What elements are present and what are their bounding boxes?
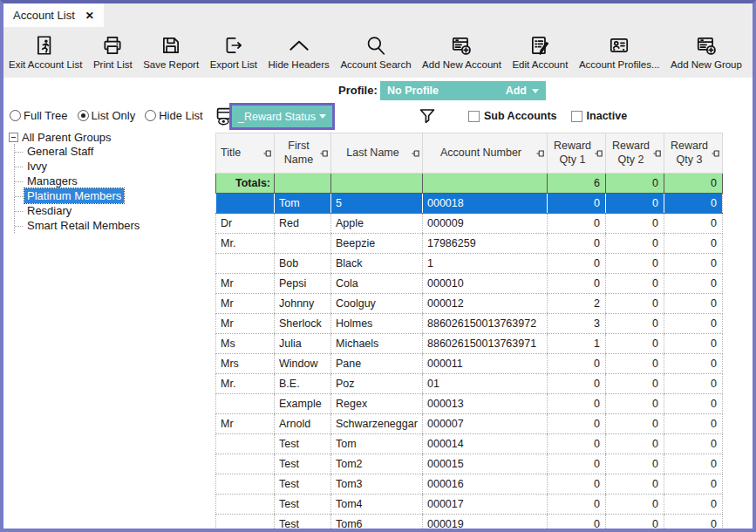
tree-root-all-parent-groups[interactable]: All Parent Groups [9,131,215,144]
pin-icon[interactable] [320,149,329,158]
close-icon[interactable]: ✕ [85,10,94,21]
cell-last-name: Coolguy [331,294,423,314]
save-report-button[interactable]: Save Report [143,30,199,70]
sub-accounts-checkbox[interactable]: Sub Accounts [468,110,557,122]
export-list-button[interactable]: Export List [210,30,257,70]
account-search-button[interactable]: Account Search [340,30,411,70]
account-grid-panel: _Reward Status Sub Accounts Inactive [215,103,753,529]
cell-last-name: Schwarzeneggar [331,414,423,434]
tree-item-general-staff[interactable]: General Staff [24,144,96,159]
cell-reward-qty-2: 0 [606,374,664,394]
table-row[interactable]: MsJuliaMichaels886026150013763971100 [216,334,723,354]
radio-full-tree[interactable]: Full Tree [10,109,68,122]
collapse-icon[interactable] [9,133,18,142]
add-new-group-button[interactable]: Add New Group [671,30,742,70]
cell-account-number: 000014 [423,434,548,454]
table-row[interactable]: TestTom000014000 [216,434,723,454]
hide-headers-button[interactable]: Hide Headers [269,30,330,70]
profile-dropdown[interactable]: No Profile Add [380,81,546,100]
toolbar-label: Hide Headers [269,59,330,70]
print-list-button[interactable]: Print List [93,30,133,70]
cell-reward-qty-2: 0 [606,494,664,515]
inactive-checkbox[interactable]: Inactive [571,110,628,122]
table-row[interactable]: BobBlack1000 [216,254,723,274]
pin-icon[interactable] [712,149,720,158]
cell-last-name: Tom6 [331,515,423,532]
filter-icon[interactable] [419,108,436,125]
totals-spacer [275,174,331,194]
tree-item-platinum-members[interactable]: Platinum Members [24,188,124,203]
table-row[interactable]: Tom5000018000 [216,194,723,214]
table-row[interactable]: TestTom2000015000 [216,454,723,474]
table-row[interactable]: Mr.Beepzie17986259000 [216,234,723,254]
table-row[interactable]: MrPepsiCola000010000 [216,274,723,294]
add-new-account-icon [450,31,473,58]
table-row[interactable]: TestTom3000016000 [216,474,723,494]
cell-last-name: Tom3 [331,474,423,494]
edit-account-button[interactable]: Edit Account [512,30,568,70]
main-area: Full Tree List Only Hide List All Parent… [3,103,753,529]
totals-row: Totals: 6 0 0 [216,174,723,194]
column-header-first-name[interactable]: First Name [275,133,331,174]
pin-icon[interactable] [653,149,662,158]
cell-title [216,254,275,274]
pin-icon[interactable] [412,149,420,158]
pin-icon[interactable] [595,149,603,158]
hide-headers-icon [286,31,312,58]
table-row[interactable]: TestTom4000017000 [216,494,723,515]
cell-reward-qty-2: 0 [606,214,664,234]
radio-list-only[interactable]: List Only [78,109,136,122]
column-header-account-number[interactable]: Account Number [423,133,548,174]
table-row[interactable]: MrJohnnyCoolguy000012200 [216,294,723,314]
account-profiles-icon [608,31,630,58]
cell-last-name: Poz [331,374,423,394]
add-new-account-button[interactable]: Add New Account [422,30,501,70]
cell-first-name: Test [275,434,331,454]
profile-row: Profile: No Profile Add [3,78,753,103]
tree-item-resdiary[interactable]: Resdiary [24,203,74,218]
toolbar-label: Edit Account [512,59,568,70]
tree-children: General Staff Ivvy Managers Platinum Mem… [14,144,215,233]
cell-reward-qty-3: 0 [664,374,723,394]
table-row[interactable]: ExampleRegex000013000 [216,394,723,414]
tab-account-list[interactable]: Account List ✕ [3,3,104,27]
column-header-reward-qty-2[interactable]: Reward Qty 2 [606,133,664,174]
tree-item-ivvy[interactable]: Ivvy [24,159,50,174]
tree-view-options: Full Tree List Only Hide List [10,109,215,122]
table-row[interactable]: Mr.B.E.Poz01000 [216,374,723,394]
column-header-reward-qty-1[interactable]: Reward Qty 1 [548,133,606,174]
cell-reward-qty-2: 0 [606,194,664,214]
table-row[interactable]: MrSherlockHolmes886026150013763972300 [216,314,723,334]
column-header-title[interactable]: Title [216,133,275,174]
table-row[interactable]: MrArnoldSchwarzeneggar000007000 [216,414,723,434]
tree-item-smart-retail-members[interactable]: Smart Retail Members [24,218,142,233]
radio-hide-list[interactable]: Hide List [145,109,203,122]
account-profiles-button[interactable]: Account Profiles... [579,30,660,70]
table-row[interactable]: TestTom6000019000 [216,515,723,532]
cell-reward-qty-1: 0 [548,394,606,414]
cell-reward-qty-3: 0 [664,474,723,494]
pin-icon[interactable] [536,149,545,158]
toolbar-label: Print List [93,59,133,70]
cell-first-name: Test [275,515,331,532]
column-header-reward-qty-3[interactable]: Reward Qty 3 [664,133,723,174]
column-header-last-name[interactable]: Last Name [331,133,423,174]
cell-title [216,474,275,494]
cell-reward-qty-2: 0 [606,474,664,494]
reward-status-dropdown[interactable]: _Reward Status [229,103,335,130]
cell-reward-qty-1: 0 [548,254,606,274]
cell-reward-qty-1: 0 [548,234,606,254]
exit-account-list-button[interactable]: Exit Account List [9,30,82,70]
tree-item-managers[interactable]: Managers [24,174,80,188]
profile-add-button[interactable]: Add [506,85,546,97]
group-tree-panel: Full Tree List Only Hide List All Parent… [3,103,215,529]
cell-reward-qty-2: 0 [606,314,664,334]
cell-last-name: 5 [331,194,423,214]
table-row[interactable]: DrRedApple000009000 [216,214,723,234]
pin-icon[interactable] [263,149,272,158]
cell-last-name: Tom2 [331,454,423,474]
radio-circle [10,110,21,121]
table-row[interactable]: MrsWindowPane000011000 [216,354,723,374]
cell-first-name [275,234,331,254]
profile-label: Profile: [338,84,378,97]
